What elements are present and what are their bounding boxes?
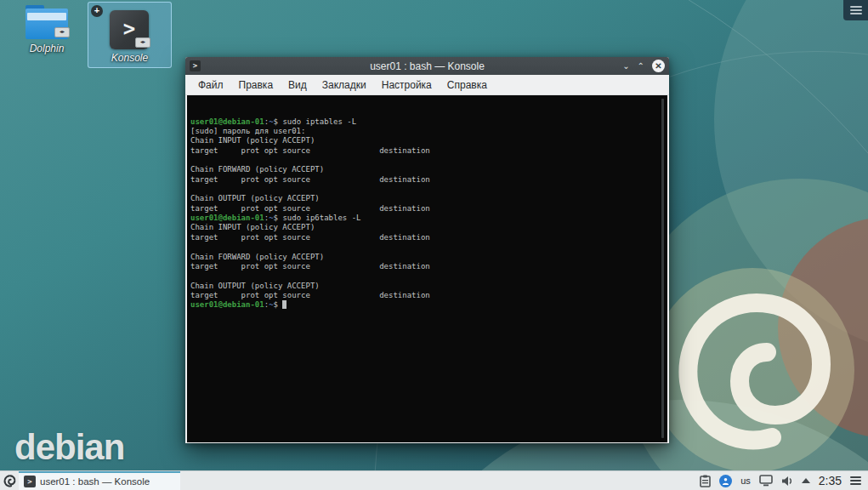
- selection-plus-badge[interactable]: +: [91, 5, 103, 17]
- dolphin-folder-icon: ◂▸: [26, 5, 68, 39]
- network-display-icon[interactable]: [759, 475, 773, 487]
- task-label: user01 : bash — Konsole: [40, 476, 150, 487]
- menu-item-view[interactable]: Вид: [281, 79, 315, 91]
- close-button[interactable]: ✕: [652, 60, 665, 72]
- hamburger-icon: [850, 4, 862, 16]
- menu-item-settings[interactable]: Настройка: [374, 79, 440, 91]
- icon-label-konsole: Konsole: [88, 52, 171, 64]
- konsole-window: > user01 : bash — Konsole ⌄ ⌃ ✕ Файл Пра…: [185, 57, 669, 443]
- system-tray: us: [700, 475, 810, 487]
- terminal-area[interactable]: user01@debian-01:~$ sudo iptables -L[sud…: [187, 95, 667, 442]
- minimize-button[interactable]: ⌄: [622, 62, 629, 71]
- konsole-task-icon: >: [24, 476, 36, 487]
- expand-tray-arrow[interactable]: [802, 478, 810, 483]
- desktop-icon-dolphin[interactable]: ◂▸ Dolphin: [12, 5, 82, 54]
- desktop-wallpaper[interactable]: ◂▸ Dolphin + > ◂▸ Konsole debian > user0…: [0, 0, 868, 490]
- menu-item-bookmarks[interactable]: Закладки: [315, 79, 374, 91]
- user-info-icon[interactable]: [719, 475, 732, 487]
- window-menubar: Файл Правка Вид Закладки Настройка Справ…: [185, 75, 669, 95]
- app-launcher-button[interactable]: [0, 471, 19, 490]
- taskbar-panel: > user01 : bash — Konsole us 2:35: [0, 470, 868, 490]
- menu-item-file[interactable]: Файл: [190, 79, 231, 91]
- desktop-toolbox-button[interactable]: [843, 0, 868, 20]
- menu-item-edit[interactable]: Правка: [231, 79, 281, 91]
- window-title: user01 : bash — Konsole: [185, 60, 669, 72]
- terminal-output: user01@debian-01:~$ sudo iptables -L[sud…: [190, 117, 657, 311]
- debian-logo-text: debian: [14, 427, 124, 468]
- menu-item-help[interactable]: Справка: [440, 79, 495, 91]
- shortcut-emblem-icon: ◂▸: [135, 37, 150, 48]
- desktop-icon-konsole[interactable]: + > ◂▸ Konsole: [88, 2, 172, 68]
- window-titlebar[interactable]: > user01 : bash — Konsole ⌄ ⌃ ✕: [185, 57, 669, 75]
- panel-clock[interactable]: 2:35: [819, 474, 842, 487]
- shortcut-emblem-icon: ◂▸: [54, 27, 70, 37]
- task-button-konsole[interactable]: > user01 : bash — Konsole: [19, 471, 180, 490]
- maximize-button[interactable]: ⌃: [638, 62, 644, 71]
- clipboard-icon[interactable]: [700, 475, 711, 487]
- debian-launcher-icon: [3, 475, 16, 487]
- terminal-scrollbar[interactable]: [661, 99, 664, 438]
- volume-icon[interactable]: [781, 476, 793, 487]
- debian-swirl-logo: [670, 288, 840, 458]
- icon-label-dolphin: Dolphin: [30, 43, 65, 54]
- panel-menu-button[interactable]: [850, 475, 861, 487]
- konsole-terminal-icon: > ◂▸: [110, 10, 149, 49]
- keyboard-layout-indicator[interactable]: us: [740, 476, 751, 486]
